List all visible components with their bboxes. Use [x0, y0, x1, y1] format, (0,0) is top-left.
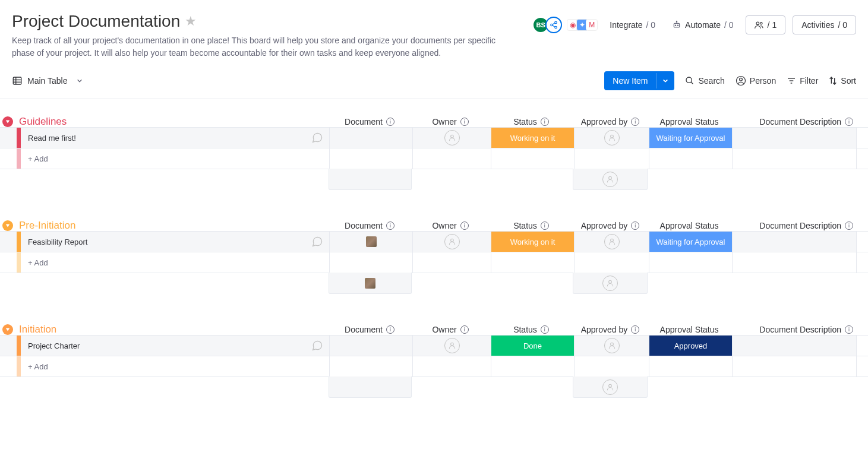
cell-approvedby[interactable] — [574, 232, 649, 252]
person-empty-icon[interactable] — [604, 130, 620, 145]
add-row[interactable]: + Add — [0, 356, 868, 377]
person-filter[interactable]: Person — [736, 75, 776, 86]
info-icon[interactable]: i — [631, 221, 639, 230]
col-header-status[interactable]: Statusi — [490, 221, 573, 230]
collapse-icon[interactable] — [2, 324, 13, 335]
automate-button[interactable]: Automate / 0 — [667, 17, 738, 33]
add-row[interactable]: + Add — [0, 252, 868, 273]
person-empty-icon[interactable] — [602, 379, 618, 395]
cell-status[interactable]: Working on it — [491, 232, 574, 252]
cell-docdesc[interactable] — [732, 232, 857, 252]
cell-docdesc[interactable] — [732, 356, 857, 376]
cell-approvedby[interactable] — [574, 356, 649, 376]
info-icon[interactable]: i — [386, 118, 394, 126]
cell-owner[interactable] — [412, 336, 491, 356]
col-header-owner[interactable]: Owneri — [411, 117, 490, 126]
comment-icon[interactable] — [311, 132, 323, 144]
add-item-label[interactable]: + Add — [21, 362, 329, 371]
cell-status[interactable] — [491, 356, 574, 376]
col-header-approvalstatus[interactable]: Approval Status — [648, 117, 731, 126]
collapse-icon[interactable] — [2, 116, 13, 127]
filter-button[interactable]: Filter — [787, 76, 818, 86]
info-icon[interactable]: i — [845, 325, 853, 334]
info-icon[interactable]: i — [541, 221, 549, 230]
item-row[interactable]: Read me first!Working on itWaiting for A… — [0, 127, 868, 148]
cell-approvedby[interactable] — [574, 148, 649, 169]
star-icon[interactable]: ★ — [185, 14, 197, 29]
person-empty-icon[interactable] — [602, 172, 618, 187]
cell-status[interactable] — [491, 252, 574, 273]
cell-approvedby[interactable] — [574, 252, 649, 273]
person-empty-icon[interactable] — [604, 338, 620, 353]
sort-button[interactable]: Sort — [829, 76, 856, 86]
cell-document[interactable] — [329, 252, 412, 273]
add-row[interactable]: + Add — [0, 148, 868, 169]
avatar-stack[interactable]: BS — [536, 17, 562, 33]
col-header-document[interactable]: Documenti — [328, 117, 411, 126]
info-icon[interactable]: i — [460, 118, 469, 126]
cell-document[interactable] — [329, 128, 412, 148]
item-name[interactable]: Read me first! — [21, 134, 311, 143]
cell-status[interactable] — [491, 148, 574, 169]
info-icon[interactable]: i — [460, 325, 469, 334]
cell-status[interactable]: Done — [491, 336, 574, 356]
cell-owner[interactable] — [412, 232, 491, 252]
item-row[interactable]: Project CharterDoneApproved — [0, 335, 868, 356]
col-header-status[interactable]: Statusi — [490, 117, 573, 126]
person-empty-icon[interactable] — [444, 130, 460, 145]
cell-owner[interactable] — [412, 148, 491, 169]
col-header-approvedby[interactable]: Approved byi — [573, 325, 648, 334]
cell-approvalstatus[interactable] — [649, 148, 732, 169]
info-icon[interactable]: i — [386, 221, 394, 230]
cell-approvalstatus[interactable]: Waiting for Approval — [649, 232, 732, 252]
activities-button[interactable]: Activities / 0 — [793, 15, 856, 34]
cell-document[interactable] — [329, 356, 412, 376]
info-icon[interactable]: i — [386, 325, 394, 334]
cell-approvedby[interactable] — [574, 336, 649, 356]
info-icon[interactable]: i — [631, 118, 639, 126]
cell-docdesc[interactable] — [732, 252, 857, 273]
comment-icon[interactable] — [311, 340, 323, 352]
info-icon[interactable]: i — [541, 118, 549, 126]
cell-approvedby[interactable] — [574, 128, 649, 148]
col-header-docdesc[interactable]: Document Descriptioni — [731, 117, 856, 126]
cell-document[interactable] — [329, 336, 412, 356]
cell-docdesc[interactable] — [732, 336, 857, 356]
col-header-document[interactable]: Documenti — [328, 221, 411, 230]
col-header-document[interactable]: Documenti — [328, 325, 411, 334]
col-header-owner[interactable]: Owneri — [411, 221, 490, 230]
comment-icon[interactable] — [311, 236, 323, 248]
item-row[interactable]: Feasibility ReportWorking on itWaiting f… — [0, 231, 868, 252]
new-item-button[interactable]: New Item — [604, 71, 674, 90]
integrate-button[interactable]: Integrate / 0 — [605, 17, 660, 33]
group-title[interactable]: Guidelines — [19, 116, 328, 128]
cell-docdesc[interactable] — [732, 128, 857, 148]
search-button[interactable]: Search — [685, 76, 724, 86]
cell-owner[interactable] — [412, 356, 491, 376]
col-header-docdesc[interactable]: Document Descriptioni — [731, 221, 856, 230]
col-header-docdesc[interactable]: Document Descriptioni — [731, 325, 856, 334]
add-item-label[interactable]: + Add — [21, 154, 329, 163]
group-title[interactable]: Pre-Initiation — [19, 220, 328, 232]
col-header-approvedby[interactable]: Approved byi — [573, 221, 648, 230]
view-selector[interactable]: Main Table — [12, 75, 83, 86]
cell-status[interactable]: Working on it — [491, 128, 574, 148]
cell-approvalstatus[interactable] — [649, 252, 732, 273]
col-header-status[interactable]: Statusi — [490, 325, 573, 334]
cell-approvalstatus[interactable]: Approved — [649, 336, 732, 356]
info-icon[interactable]: i — [845, 221, 853, 230]
info-icon[interactable]: i — [845, 118, 853, 126]
item-name[interactable]: Project Charter — [21, 341, 311, 350]
cell-docdesc[interactable] — [732, 148, 857, 169]
chevron-down-icon[interactable] — [656, 73, 674, 88]
collapse-icon[interactable] — [2, 220, 13, 231]
share-icon[interactable] — [545, 17, 562, 33]
info-icon[interactable]: i — [460, 221, 469, 230]
col-header-approvalstatus[interactable]: Approval Status — [648, 325, 731, 334]
info-icon[interactable]: i — [541, 325, 549, 334]
info-icon[interactable]: i — [631, 325, 639, 334]
cell-owner[interactable] — [412, 128, 491, 148]
add-item-label[interactable]: + Add — [21, 258, 329, 267]
col-header-approvalstatus[interactable]: Approval Status — [648, 221, 731, 230]
cell-approvalstatus[interactable] — [649, 356, 732, 376]
